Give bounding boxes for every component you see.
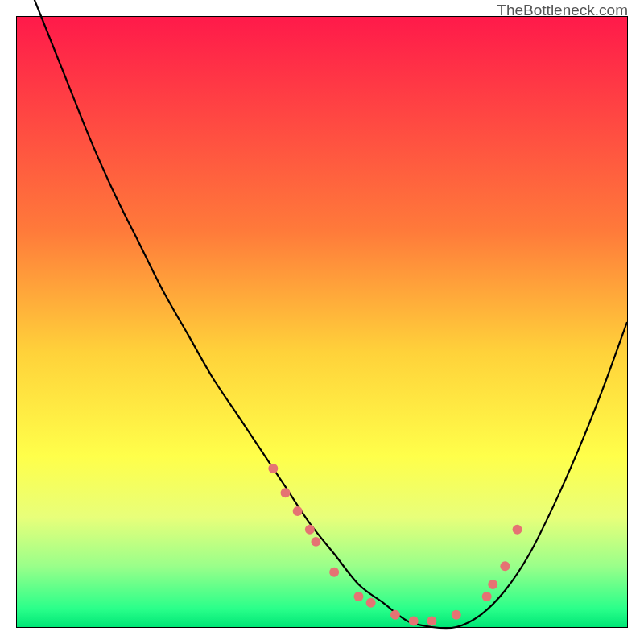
marker-point (353, 592, 363, 601)
marker-point (311, 537, 320, 547)
marker-point (268, 464, 278, 473)
marker-point (482, 592, 492, 601)
marker-point (427, 616, 436, 625)
marker-point (390, 610, 400, 620)
marker-point (329, 568, 339, 577)
marker-point (513, 525, 522, 535)
marker-point (488, 580, 497, 589)
curve-layer (17, 17, 627, 627)
marker-point (281, 488, 291, 497)
marker-point (452, 610, 461, 620)
bottleneck-curve (17, 0, 627, 628)
highlight-points (268, 464, 522, 625)
chart-container: TheBottleneck.com (0, 0, 644, 644)
plot-area (16, 16, 628, 628)
marker-point (366, 598, 376, 608)
marker-point (500, 561, 510, 571)
marker-point (305, 525, 315, 535)
marker-point (293, 506, 303, 516)
marker-point (409, 616, 419, 625)
